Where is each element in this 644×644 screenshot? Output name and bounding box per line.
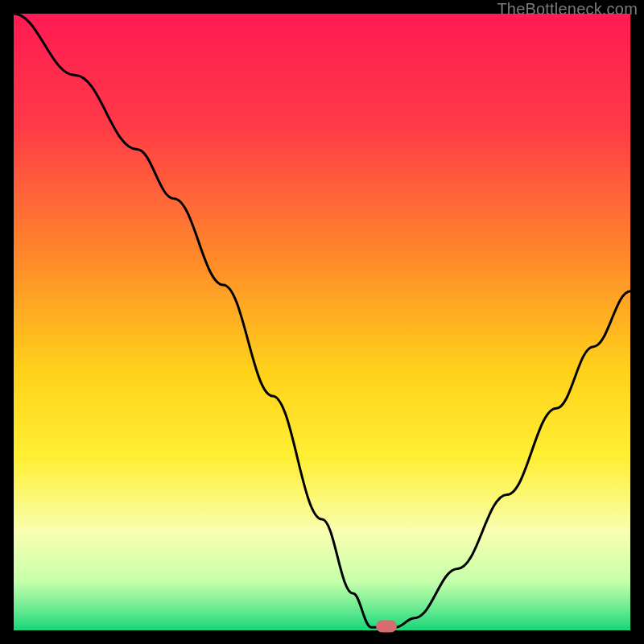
bottleneck-curve xyxy=(14,14,630,630)
optimal-marker xyxy=(376,620,397,632)
plot-area xyxy=(14,14,630,630)
curve-path xyxy=(14,14,630,627)
chart-frame: TheBottleneck.com xyxy=(0,0,644,644)
watermark-text: TheBottleneck.com xyxy=(497,0,638,19)
